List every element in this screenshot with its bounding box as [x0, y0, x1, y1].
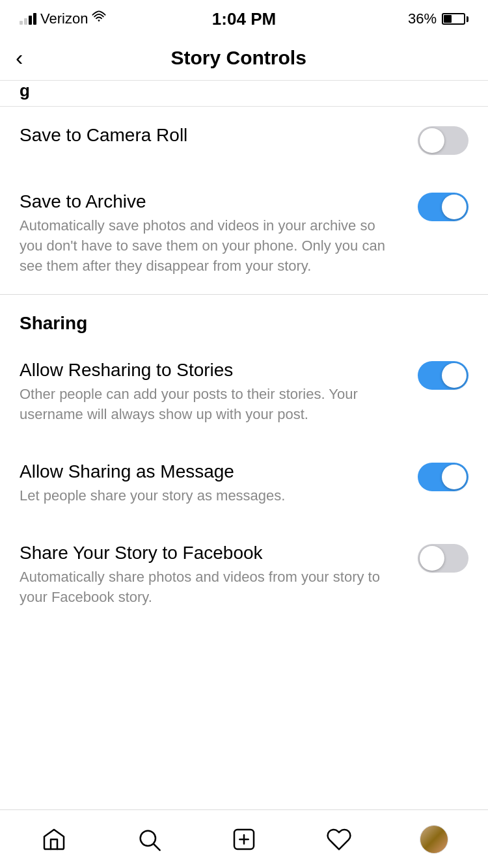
toggle-thumb [442, 195, 467, 219]
share-to-facebook-text: Share Your Story to Facebook Automatical… [20, 543, 418, 608]
page-title: Story Controls [31, 47, 446, 69]
partial-header-text: g [20, 81, 30, 101]
allow-sharing-message-row: Allow Sharing as Message Let people shar… [0, 443, 488, 524]
allow-resharing-row: Allow Resharing to Stories Other people … [0, 342, 488, 443]
allow-resharing-toggle[interactable] [418, 361, 468, 390]
signal-icon [20, 13, 36, 25]
share-to-facebook-row: Share Your Story to Facebook Automatical… [0, 524, 488, 626]
allow-sharing-message-desc: Let people share your story as messages. [20, 486, 398, 506]
avatar-image [420, 826, 448, 853]
toggle-track[interactable] [418, 193, 468, 221]
save-to-archive-toggle[interactable] [418, 193, 468, 221]
bottom-nav [0, 809, 488, 868]
save-to-camera-roll-text: Save to Camera Roll [20, 125, 418, 150]
sharing-section-header: Sharing [0, 295, 488, 342]
wifi-icon [92, 10, 106, 28]
share-to-facebook-desc: Automatically share photos and videos fr… [20, 567, 398, 608]
toggle-track[interactable] [418, 361, 468, 390]
search-icon [136, 826, 162, 852]
save-to-archive-row: Save to Archive Automatically save photo… [0, 173, 488, 294]
nav-bar: ‹ Story Controls [0, 35, 488, 81]
svg-point-0 [98, 20, 100, 21]
nav-profile-button[interactable] [401, 820, 467, 859]
settings-content: Save to Camera Roll Save to Archive Auto… [0, 107, 488, 625]
save-to-camera-roll-label: Save to Camera Roll [20, 125, 398, 146]
toggle-track[interactable] [418, 544, 468, 573]
share-to-facebook-toggle[interactable] [418, 544, 468, 573]
status-bar: Verizon 1:04 PM 36% [0, 0, 488, 35]
svg-line-2 [154, 844, 160, 850]
carrier-label: Verizon [40, 10, 88, 27]
allow-resharing-desc: Other people can add your posts to their… [20, 385, 398, 425]
toggle-thumb [442, 363, 467, 388]
save-to-archive-text: Save to Archive Automatically save photo… [20, 191, 418, 276]
heart-icon [326, 826, 352, 852]
toggle-thumb [420, 128, 444, 153]
allow-resharing-label: Allow Resharing to Stories [20, 360, 398, 381]
toggle-thumb [442, 465, 467, 489]
partial-header: g [0, 81, 488, 107]
back-button[interactable]: ‹ [16, 42, 31, 73]
allow-sharing-message-label: Allow Sharing as Message [20, 461, 398, 482]
allow-sharing-message-text: Allow Sharing as Message Let people shar… [20, 461, 418, 506]
nav-activity-button[interactable] [306, 820, 372, 859]
save-to-camera-roll-toggle[interactable] [418, 126, 468, 155]
status-time: 1:04 PM [212, 9, 276, 29]
battery-percent: 36% [408, 10, 437, 27]
nav-search-button[interactable] [116, 820, 182, 859]
allow-resharing-text: Allow Resharing to Stories Other people … [20, 360, 418, 425]
toggle-track[interactable] [418, 126, 468, 155]
battery-icon [442, 13, 468, 25]
sharing-header-label: Sharing [20, 313, 87, 333]
home-icon [41, 826, 67, 852]
nav-home-button[interactable] [21, 820, 87, 859]
save-to-camera-roll-row: Save to Camera Roll [0, 107, 488, 173]
nav-add-button[interactable] [211, 820, 277, 859]
save-to-archive-label: Save to Archive [20, 191, 398, 212]
toggle-thumb [420, 546, 444, 571]
profile-avatar [420, 825, 448, 854]
svg-point-1 [141, 830, 156, 845]
status-left: Verizon [20, 10, 106, 28]
share-to-facebook-label: Share Your Story to Facebook [20, 543, 398, 563]
save-to-archive-desc: Automatically save photos and videos in … [20, 216, 398, 276]
add-icon [231, 826, 257, 852]
toggle-track[interactable] [418, 463, 468, 491]
allow-sharing-message-toggle[interactable] [418, 463, 468, 491]
status-right: 36% [408, 10, 468, 27]
